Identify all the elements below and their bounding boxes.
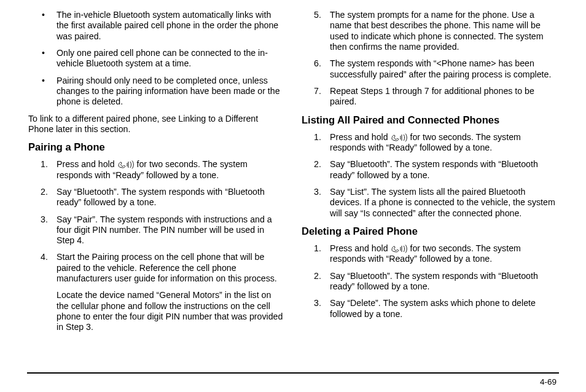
bullet-text: Pairing should only need to be completed… (57, 76, 280, 107)
step-item: Say “Delete”. The system asks which phon… (302, 298, 558, 319)
step-text: Say “Bluetooth”. The system responds wit… (330, 271, 538, 291)
footer-rule (27, 372, 559, 374)
phone-voice-icon (391, 245, 408, 253)
pairing-steps: Press and hold for two seconds. The syst… (28, 159, 284, 332)
bullet-item: Only one paired cell phone can be connec… (28, 48, 284, 69)
phone-voice-icon (391, 133, 408, 142)
step-item: Say “List”. The system lists all the pai… (302, 187, 558, 219)
step-item: Say “Bluetooth”. The system responds wit… (28, 187, 284, 208)
bullet-text: The in-vehicle Bluetooth system automati… (57, 10, 278, 41)
step-item: Start the Pairing process on the cell ph… (28, 252, 284, 332)
step-item: Say “Bluetooth”. The system responds wit… (302, 159, 558, 181)
heading-deleting-phone: Deleting a Paired Phone (302, 225, 558, 237)
step-text: Press and hold (330, 132, 391, 142)
step-item: Press and hold for two seconds. The syst… (28, 159, 284, 181)
step-text: Press and hold (330, 243, 391, 253)
right-column: The system prompts for a name for the ph… (302, 10, 558, 339)
step-text: Press and hold (57, 159, 117, 169)
listing-steps: Press and hold for two seconds. The syst… (302, 132, 558, 219)
step-text: The system responds with “<Phone name> h… (330, 58, 551, 79)
step-text: Say “Pair”. The system responds with ins… (57, 214, 272, 246)
heading-pairing-a-phone: Pairing a Phone (28, 141, 284, 153)
step-item: The system responds with “<Phone name> h… (302, 58, 558, 80)
left-column: The in-vehicle Bluetooth system automati… (28, 10, 284, 339)
step-text: Say “List”. The system lists all the pai… (330, 187, 555, 218)
deleting-steps: Press and hold for two seconds. The syst… (302, 243, 558, 319)
step-item: Say “Bluetooth”. The system responds wit… (302, 271, 558, 292)
step-item: The system prompts for a name for the ph… (302, 10, 558, 52)
step-item: Repeat Steps 1 through 7 for additional … (302, 86, 558, 108)
step-text: Start the Pairing process on the cell ph… (57, 252, 277, 283)
page-number: 4-69 (540, 377, 557, 387)
bullet-item: Pairing should only need to be completed… (28, 76, 284, 108)
heading-listing-phones: Listing All Paired and Connected Phones (302, 114, 558, 126)
bullet-item: The in-vehicle Bluetooth system automati… (28, 10, 284, 42)
step-subtext: Locate the device named “General Motors”… (57, 290, 284, 332)
pairing-steps-continued: The system prompts for a name for the ph… (302, 10, 558, 108)
phone-voice-icon (117, 160, 135, 169)
paragraph: To link to a different paired phone, see… (28, 114, 284, 135)
two-column-layout: The in-vehicle Bluetooth system automati… (28, 0, 558, 339)
bullet-text: Only one paired cell phone can be connec… (57, 48, 268, 68)
step-item: Press and hold for two seconds. The syst… (302, 132, 558, 154)
step-text: Say “Bluetooth”. The system responds wit… (330, 159, 538, 179)
manual-page: The in-vehicle Bluetooth system automati… (0, 0, 586, 392)
step-text: Say “Delete”. The system asks which phon… (330, 298, 536, 318)
step-item: Say “Pair”. The system responds with ins… (28, 214, 284, 246)
step-text: Repeat Steps 1 through 7 for additional … (330, 86, 534, 106)
step-text: Say “Bluetooth”. The system responds wit… (57, 187, 265, 207)
step-item: Press and hold for two seconds. The syst… (302, 243, 558, 265)
bullet-list: The in-vehicle Bluetooth system automati… (28, 10, 284, 108)
step-text: The system prompts for a name for the ph… (330, 10, 544, 52)
